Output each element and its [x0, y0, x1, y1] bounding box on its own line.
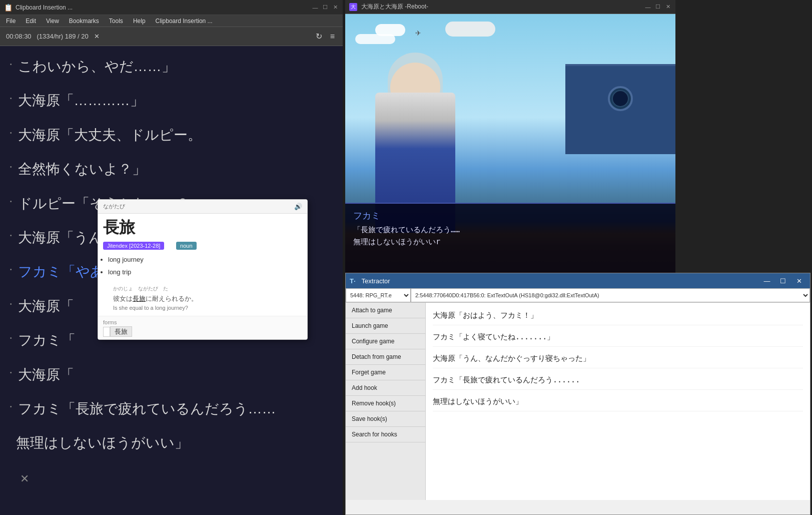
hook-select[interactable]: 2:5448:770640D0:417B56:0: ExtTextOutA (H… [411, 288, 810, 302]
right-panel: 大 大海原と大海原 -Reboot- — ☐ ✕ ✈ [345, 0, 812, 515]
line-text: フカミ「 [18, 328, 76, 353]
bullet-icon: • [10, 129, 12, 138]
menu-bar: File Edit View Bookmarks Tools Help Clip… [0, 15, 343, 27]
bird-sprite: ✈ [415, 29, 421, 37]
menu-button[interactable]: ≡ [328, 31, 337, 42]
menu-file[interactable]: File [2, 17, 20, 26]
text-entry: 大海原「うん、なんだかぐっすり寝ちゃった」 [433, 351, 803, 368]
text-entry: フカミ「長旅で疲れているんだろう...... [433, 372, 803, 390]
game-titlebar: 大 大海原と大海原 -Reboot- — ☐ ✕ [345, 0, 675, 14]
dict-example-en: Is she equal to a long journey? [113, 304, 302, 313]
textractor-minimize[interactable]: — [760, 275, 774, 287]
dict-meaning-item: long journey [108, 254, 302, 265]
menu-tools[interactable]: Tools [105, 17, 127, 26]
dict-form-word: 長旅 [110, 326, 132, 337]
textractor-maximize[interactable]: ☐ [776, 275, 790, 287]
text-entry: 大海原「おはよう、フカミ！」 [433, 308, 803, 325]
game-icon: 大 [349, 3, 357, 11]
dict-meaning-item: long trip [108, 266, 302, 278]
line-text: フカミ「長旅で疲れているんだろう…… [18, 396, 276, 421]
textractor-window: T· Textractor — ☐ ✕ 5448: RPG_RT.e 2:544… [345, 273, 810, 515]
text-line: •こわいから、やだ……」 [10, 54, 333, 79]
dict-forms-label: forms [103, 319, 302, 325]
game-title: 大海原と大海原 -Reboot- [361, 3, 640, 11]
textractor-btn-configure-game[interactable]: Configure game [346, 334, 425, 349]
dict-word: 長旅 [98, 214, 307, 242]
textractor-btn-forget-game[interactable]: Forget game [346, 365, 425, 380]
game-close[interactable]: ✕ [664, 4, 671, 11]
refresh-button[interactable]: ↻ [314, 31, 324, 42]
textractor-title: Textractor [362, 277, 756, 285]
text-entry: 無理はしないほうがいい」 [433, 394, 803, 411]
line-text: 大海原「 [18, 294, 74, 319]
text-line: •大海原「大丈夫、ドルピー。 [10, 123, 333, 148]
bullet-icon: • [10, 265, 12, 274]
cloud-2 [355, 34, 395, 44]
text-line: •フカミ「長旅で疲れているんだろう…… [10, 396, 333, 421]
bullet-icon: • [10, 334, 12, 343]
text-line: 無理はしないほうがいい」 [10, 430, 333, 455]
textractor-btn-detach-from-game[interactable]: Detach from game [346, 349, 425, 365]
app-titlebar: 📋 Clipboard Insertion ... — ☐ ✕ [0, 0, 343, 15]
dict-sound-icon[interactable]: 🔊 [294, 203, 302, 210]
bullet-icon: • [10, 368, 12, 377]
dict-pos-badge: noun [176, 242, 196, 250]
bullet-icon: • [10, 402, 12, 411]
textractor-logo: T· [350, 277, 356, 285]
app-icon: 📋 [4, 4, 13, 12]
textractor-controls: — ☐ ✕ [760, 275, 806, 287]
textractor-close[interactable]: ✕ [792, 275, 806, 287]
close-button[interactable]: ✕ [332, 4, 339, 11]
bullet-icon: • [10, 94, 12, 103]
dict-form-input[interactable] [103, 327, 110, 337]
game-window-controls: — ☐ ✕ [644, 4, 671, 11]
line-text: 大海原「大丈夫、ドルピー。 [18, 123, 202, 148]
game-content: ✈ フカミ 「長旅で疲れているんだろう……無理はしないほうがいいr [345, 14, 675, 273]
menu-clipboard[interactable]: Clipboard Insertion ... [152, 17, 217, 26]
bullet-icon: • [10, 300, 12, 309]
menu-help[interactable]: Help [129, 17, 150, 26]
line-text: 大海原「…………」 [18, 88, 144, 113]
textractor-btn-search-for-hooks[interactable]: Search for hooks [346, 427, 425, 442]
textractor-toolbar: 5448: RPG_RT.e 2:5448:770640D0:417B56:0:… [346, 288, 810, 303]
bullet-icon: • [10, 163, 12, 172]
menu-edit[interactable]: Edit [22, 17, 40, 26]
ship-window [608, 86, 633, 111]
game-window[interactable]: 大 大海原と大海原 -Reboot- — ☐ ✕ ✈ [345, 0, 675, 273]
dialogue-name: フカミ [353, 210, 667, 222]
textractor-btn-remove-hooks[interactable]: Remove hook(s) [346, 396, 425, 411]
textractor-btn-save-hooks[interactable]: Save hook(s) [346, 411, 425, 427]
game-scene: ✈ フカミ 「長旅で疲れているんだろう……無理はしないほうがいいr [345, 14, 675, 273]
text-line: •全然怖くないよ？」 [10, 157, 333, 182]
ship-window-inner [612, 90, 629, 107]
menu-view[interactable]: View [42, 17, 63, 26]
app-title: Clipboard Insertion ... [16, 4, 309, 11]
dict-meanings: long journeylong trip [98, 254, 307, 283]
process-select[interactable]: 5448: RPG_RT.e [346, 288, 411, 302]
minimize-button[interactable]: — [312, 4, 319, 11]
menu-bookmarks[interactable]: Bookmarks [65, 17, 103, 26]
line-text: 大海原「 [18, 362, 74, 387]
textractor-body: Attach to gameLaunch gameConfigure gameD… [346, 303, 810, 500]
dialogue-text: 「長旅で疲れているんだろう……無理はしないほうがいいr [353, 224, 667, 248]
dict-example-jp: かのじょ ながたび た 彼女は長旅に耐えられるか。 [113, 283, 302, 304]
dictionary-popup: ながたび 🔊 長旅 Jitendex [2023-12-28] noun lon… [98, 199, 308, 340]
textractor-btn-add-hook[interactable]: Add hook [346, 380, 425, 396]
textractor-btn-launch-game[interactable]: Launch game [346, 318, 425, 334]
textractor-sidebar: Attach to gameLaunch gameConfigure gameD… [346, 303, 426, 500]
dict-reading: ながたび [103, 203, 125, 210]
bullet-icon: • [10, 231, 12, 240]
dict-source-badge: Jitendex [2023-12-28] [103, 242, 164, 250]
textractor-titlebar: T· Textractor — ☐ ✕ [346, 273, 810, 288]
game-maximize[interactable]: ☐ [654, 4, 661, 11]
textractor-text-content: 大海原「おはよう、フカミ！」フカミ「よく寝ていたね.......」大海原「うん、… [426, 303, 810, 500]
window-controls: — ☐ ✕ [312, 4, 339, 11]
bullet-icon: • [10, 60, 12, 69]
maximize-button[interactable]: ☐ [322, 4, 329, 11]
dict-header: ながたび 🔊 [98, 200, 307, 214]
game-minimize[interactable]: — [644, 4, 651, 11]
bullet-icon: • [10, 197, 12, 206]
close-button[interactable]: ✕ [10, 465, 333, 493]
text-entry: フカミ「よく寝ていたね.......」 [433, 329, 803, 347]
textractor-btn-attach-to-game[interactable]: Attach to game [346, 303, 425, 318]
